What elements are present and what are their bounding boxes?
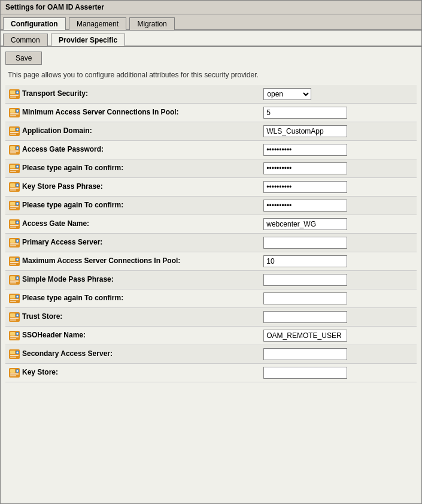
svg-rect-61: [10, 276, 15, 280]
field-icon-9: [9, 256, 20, 266]
field-input-8[interactable]: [263, 237, 347, 249]
svg-rect-50: [10, 243, 19, 245]
svg-rect-73: [10, 313, 15, 317]
field-value-8: [260, 234, 417, 252]
field-icon-10: [9, 275, 20, 285]
field-input-3[interactable]: [263, 144, 347, 156]
svg-rect-9: [10, 115, 16, 116]
field-icon-15: [9, 368, 20, 378]
field-input-15[interactable]: [263, 367, 347, 379]
svg-point-59: [17, 259, 19, 261]
svg-rect-91: [10, 369, 15, 373]
field-input-12[interactable]: [263, 311, 347, 323]
tab-migration[interactable]: Migration: [129, 17, 174, 30]
field-label-1: Minimum Access Server Connections In Poo…: [5, 104, 260, 122]
field-icon-12: [9, 312, 20, 322]
field-icon-2: [9, 126, 20, 136]
field-icon-0: [9, 89, 20, 99]
svg-point-83: [17, 333, 19, 335]
svg-rect-38: [10, 206, 19, 207]
field-select-0[interactable]: opensimplecert: [263, 88, 311, 100]
field-input-2[interactable]: [263, 125, 347, 137]
svg-rect-31: [10, 183, 15, 187]
field-value-13: [260, 327, 417, 345]
svg-rect-8: [10, 113, 19, 114]
field-value-5: [260, 178, 417, 197]
svg-rect-93: [10, 375, 16, 376]
field-input-6[interactable]: [263, 200, 347, 212]
field-icon-14: [9, 349, 20, 359]
field-label-13: SSOHeader Name:: [5, 327, 260, 345]
field-value-6: [260, 197, 417, 215]
tab-management[interactable]: Management: [69, 17, 126, 30]
field-label-15: Key Store:: [5, 364, 260, 382]
field-label-10: Simple Mode Pass Phrase:: [5, 271, 260, 289]
page-description: This page allows you to configure additi…: [5, 70, 417, 80]
field-label-4: Please type again To confirm:: [5, 159, 260, 178]
field-label-6: Please type again To confirm:: [5, 197, 260, 215]
inner-tab-bar: Common Provider Specific: [1, 31, 421, 47]
svg-rect-75: [10, 319, 16, 321]
tab-common[interactable]: Common: [3, 34, 48, 46]
svg-rect-74: [10, 318, 19, 319]
svg-rect-1: [10, 90, 15, 94]
field-label-14: Secondary Access Server:: [5, 345, 260, 364]
svg-rect-86: [10, 355, 19, 356]
field-label-9: Maximum Access Server Connections In Poo…: [5, 252, 260, 271]
svg-rect-2: [10, 95, 19, 96]
tab-configuration[interactable]: Configuration: [3, 17, 66, 30]
field-input-14[interactable]: [263, 348, 347, 360]
title-bar: Settings for OAM ID Asserter: [1, 1, 421, 14]
field-label-2: Application Domain:: [5, 122, 260, 141]
svg-point-29: [17, 166, 19, 168]
field-label-5: Key Store Pass Phrase:: [5, 178, 260, 197]
svg-point-23: [17, 147, 19, 149]
svg-rect-56: [10, 262, 19, 263]
svg-rect-26: [10, 169, 19, 170]
tab-provider-specific[interactable]: Provider Specific: [51, 34, 125, 46]
svg-rect-15: [10, 134, 16, 135]
field-input-1[interactable]: [263, 107, 347, 119]
svg-point-47: [17, 222, 19, 224]
svg-point-35: [17, 185, 19, 186]
field-value-2: [260, 122, 417, 141]
svg-rect-21: [10, 152, 16, 153]
svg-rect-32: [10, 188, 19, 189]
field-label-0: Transport Security:: [5, 85, 260, 104]
save-button[interactable]: Save: [5, 52, 42, 65]
field-input-11[interactable]: [263, 292, 347, 304]
svg-rect-7: [10, 109, 15, 113]
field-input-10[interactable]: [263, 274, 347, 286]
field-input-13[interactable]: [263, 330, 347, 342]
svg-rect-85: [10, 351, 15, 354]
field-icon-11: [9, 294, 20, 303]
svg-rect-45: [10, 227, 16, 228]
svg-point-53: [17, 240, 19, 242]
svg-rect-33: [10, 189, 16, 191]
svg-point-11: [17, 110, 19, 112]
svg-point-77: [17, 315, 19, 316]
svg-point-71: [17, 296, 19, 298]
svg-rect-39: [10, 208, 16, 209]
field-input-5[interactable]: [263, 181, 347, 193]
field-input-4[interactable]: [263, 162, 347, 174]
field-icon-7: [9, 219, 20, 229]
svg-point-65: [17, 277, 19, 279]
svg-point-95: [17, 370, 19, 372]
field-icon-3: [9, 145, 20, 155]
field-icon-8: [9, 238, 20, 248]
field-input-7[interactable]: [263, 218, 347, 230]
field-input-9[interactable]: [263, 255, 347, 267]
svg-rect-92: [10, 373, 19, 375]
svg-rect-57: [10, 264, 16, 265]
content-area: Save This page allows you to configure a…: [1, 47, 421, 387]
field-value-9: [260, 252, 417, 271]
field-value-14: [260, 345, 417, 364]
field-value-7: [260, 215, 417, 234]
svg-rect-13: [10, 128, 15, 131]
field-label-8: Primary Access Server:: [5, 234, 260, 252]
main-window: Settings for OAM ID Asserter Configurati…: [0, 0, 422, 504]
svg-rect-87: [10, 357, 16, 358]
svg-rect-51: [10, 245, 16, 246]
field-label-3: Access Gate Password:: [5, 141, 260, 159]
